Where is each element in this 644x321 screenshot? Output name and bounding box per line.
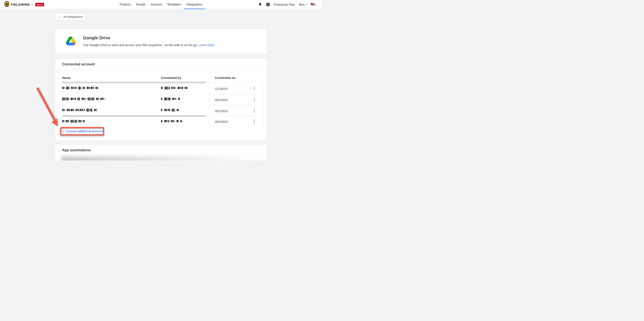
connected-account-heading: Connected account [62, 62, 95, 66]
redacted-account-name [62, 109, 97, 112]
brand-name: FIELDWIRE [11, 3, 30, 6]
row-actions-kebab-menu-icon[interactable] [252, 97, 256, 102]
row-divider [210, 116, 256, 116]
user-name: Ben [299, 3, 305, 6]
connect-additional-account-label: Connect additional account [66, 130, 102, 133]
description-text: Use Google Drive to store and access you… [83, 43, 198, 47]
connected-on-date: 06/10/25 [215, 98, 228, 102]
help-icon[interactable]: ? [266, 3, 270, 6]
section-divider [55, 155, 267, 156]
main-nav: Projects People Account Templates Integr… [117, 0, 205, 9]
row-actions-kebab-menu-icon[interactable] [252, 108, 256, 114]
redacted-account-name [62, 86, 98, 89]
connected-account-card: Connected account Name Connected by Conn… [55, 58, 267, 141]
connected-on-date: 05/15/25 [215, 109, 228, 113]
redacted-connected-by [161, 109, 179, 112]
blurred-content [62, 157, 254, 160]
google-drive-icon [66, 37, 76, 46]
nav-tab-templates[interactable]: Templates [164, 0, 184, 9]
chevron-down-icon: ▾ [306, 3, 307, 6]
plan-badge: Enterprise Plan [274, 3, 295, 6]
redacted-account-name [62, 120, 85, 123]
table-right-border [263, 73, 264, 129]
app-automations-heading: App automations [62, 148, 91, 152]
row-divider [210, 94, 256, 94]
redacted-connected-by [161, 86, 188, 89]
brand-by-label: BY [31, 4, 34, 5]
horizontal-scrollbar-bottom[interactable] [62, 115, 206, 117]
redacted-account-name [62, 97, 105, 100]
nav-tab-people[interactable]: People [134, 0, 148, 9]
fieldwire-logo-icon [4, 1, 10, 8]
back-arrow-icon: ← [58, 15, 61, 18]
google-drive-info-card: Google Drive Use Google Drive to store a… [55, 29, 267, 54]
top-navigation-bar: FIELDWIRE BY HILTI Projects People Accou… [0, 0, 322, 9]
nav-tab-integrations[interactable]: Integrations [184, 0, 205, 9]
all-integrations-back-button[interactable]: ← All integrations [55, 13, 86, 20]
hilti-logo: HILTI [35, 3, 44, 6]
integrations-page: FIELDWIRE BY HILTI Projects People Accou… [0, 0, 322, 160]
column-header-name: Name [62, 76, 70, 80]
plus-icon: + [62, 129, 64, 133]
integration-title: Google Drive [83, 35, 110, 40]
redacted-connected-by [161, 97, 180, 100]
table-column-divider [210, 73, 210, 129]
learn-more-link[interactable]: Learn more [199, 43, 214, 47]
column-header-connected-on: Connected on [215, 76, 235, 80]
user-menu[interactable]: Ben ▾ [299, 3, 307, 6]
language-flag-us[interactable] [311, 3, 316, 6]
row-actions-kebab-menu-icon[interactable] [252, 86, 256, 91]
connected-on-date: 11/26/24 [215, 87, 227, 91]
horizontal-scrollbar-top[interactable] [62, 82, 206, 83]
column-header-connected-by: Connected by [161, 76, 181, 80]
row-actions-kebab-menu-icon[interactable] [252, 119, 256, 124]
connect-additional-account-button[interactable]: + Connect additional account [61, 128, 103, 134]
top-right-controls: ? Enterprise Plan Ben ▾ [258, 3, 322, 6]
redacted-connected-by [161, 120, 182, 123]
annotation-highlight-box: + Connect additional account [60, 127, 104, 135]
integration-description: Use Google Drive to store and access you… [83, 43, 214, 47]
app-automations-card: App automations [55, 144, 267, 160]
back-button-label: All integrations [63, 15, 83, 18]
section-divider [55, 69, 267, 70]
connected-on-date: 05/29/25 [215, 120, 228, 124]
nav-tab-projects[interactable]: Projects [117, 0, 134, 9]
notifications-bell-icon[interactable] [258, 3, 262, 6]
row-divider [210, 105, 256, 105]
nav-tab-account[interactable]: Account [148, 0, 164, 9]
fieldwire-brand[interactable]: FIELDWIRE BY HILTI [0, 1, 44, 8]
